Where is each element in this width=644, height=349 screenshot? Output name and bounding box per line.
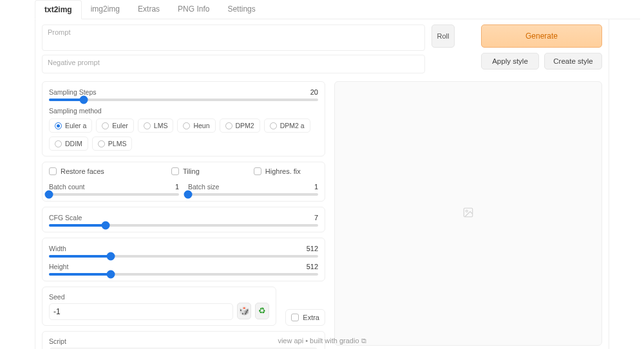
built-with-label: built with gradio: [310, 337, 359, 344]
tab-png-info[interactable]: PNG Info: [169, 0, 218, 19]
recycle-button[interactable]: ♻: [255, 303, 269, 319]
seed-label: Seed: [49, 293, 65, 301]
roll-button[interactable]: Roll: [431, 24, 455, 48]
create-style-button[interactable]: Create style: [544, 53, 602, 70]
tiling-checkbox[interactable]: Tiling: [171, 167, 200, 175]
output-preview: [334, 81, 602, 346]
svg-point-1: [466, 210, 468, 212]
negative-prompt-input[interactable]: Negative prompt: [42, 55, 425, 73]
tab-settings[interactable]: Settings: [218, 0, 264, 19]
sampler-ddim[interactable]: DDIM: [49, 137, 88, 151]
apply-style-button[interactable]: Apply style: [481, 53, 539, 70]
batch-count-slider[interactable]: Batch count1: [49, 183, 179, 196]
sampler-euler-a[interactable]: Euler a: [49, 118, 92, 133]
sampler-lms[interactable]: LMS: [138, 118, 174, 133]
footer: view api • built with gradio ⧉: [0, 337, 644, 345]
view-api-link[interactable]: view api: [278, 337, 303, 344]
tab-extras[interactable]: Extras: [129, 0, 169, 19]
height-slider[interactable]: Height512: [49, 263, 318, 276]
image-placeholder-icon: [462, 207, 474, 221]
batch-size-slider[interactable]: Batch size1: [188, 183, 318, 196]
sampler-euler[interactable]: Euler: [96, 118, 134, 133]
sampling-method-label: Sampling method: [49, 107, 102, 115]
prompt-input[interactable]: Prompt: [42, 24, 425, 51]
generate-button[interactable]: Generate: [481, 24, 602, 48]
gradio-logo-icon: ⧉: [361, 337, 366, 344]
cfg-scale-slider[interactable]: CFG Scale7: [49, 214, 318, 227]
tab-img2img[interactable]: img2img: [82, 0, 129, 19]
sampling-steps-slider[interactable]: Sampling Steps 20: [49, 88, 318, 101]
width-slider[interactable]: Width512: [49, 245, 318, 258]
seed-input[interactable]: [49, 303, 233, 320]
highres-fix-checkbox[interactable]: Highres. fix: [254, 167, 301, 175]
sampler-dpm2[interactable]: DPM2: [220, 118, 260, 133]
tab-txt2img[interactable]: txt2img: [35, 0, 82, 19]
sampler-heun[interactable]: Heun: [177, 118, 215, 133]
dice-button[interactable]: 🎲: [237, 303, 251, 319]
extra-checkbox[interactable]: Extra: [291, 314, 319, 321]
dice-icon: 🎲: [239, 306, 249, 316]
recycle-icon: ♻: [258, 306, 266, 316]
restore-faces-checkbox[interactable]: Restore faces: [49, 167, 104, 175]
sampler-plms[interactable]: PLMS: [92, 137, 133, 151]
sampler-dpm2a[interactable]: DPM2 a: [264, 118, 310, 133]
